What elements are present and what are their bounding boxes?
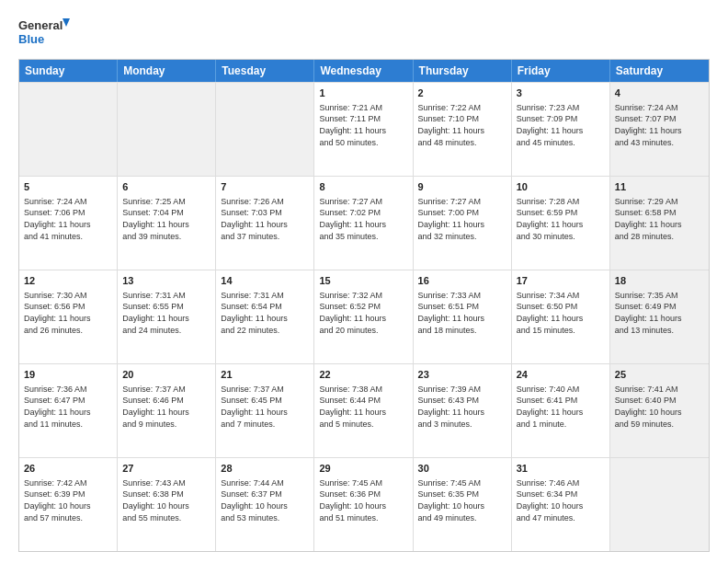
cal-header-monday: Monday — [118, 60, 216, 82]
day-number: 19 — [24, 368, 112, 382]
day-number: 5 — [24, 180, 112, 194]
day-number: 4 — [615, 86, 704, 100]
day-cell-14: 14Sunrise: 7:31 AM Sunset: 6:54 PM Dayli… — [216, 270, 314, 363]
day-number: 31 — [517, 462, 605, 476]
day-info: Sunrise: 7:27 AM Sunset: 7:00 PM Dayligh… — [418, 196, 506, 242]
day-number: 24 — [517, 368, 605, 382]
day-cell-8: 8Sunrise: 7:27 AM Sunset: 7:02 PM Daylig… — [314, 177, 413, 270]
day-cell-10: 10Sunrise: 7:28 AM Sunset: 6:59 PM Dayli… — [512, 177, 610, 270]
day-number: 10 — [517, 180, 605, 194]
calendar-header-row: SundayMondayTuesdayWednesdayThursdayFrid… — [19, 60, 709, 82]
day-cell-empty-4-6 — [610, 458, 709, 551]
day-info: Sunrise: 7:22 AM Sunset: 7:10 PM Dayligh… — [418, 102, 506, 148]
day-number: 14 — [221, 274, 309, 288]
day-info: Sunrise: 7:33 AM Sunset: 6:51 PM Dayligh… — [418, 290, 506, 336]
day-info: Sunrise: 7:29 AM Sunset: 6:58 PM Dayligh… — [615, 196, 704, 242]
day-info: Sunrise: 7:31 AM Sunset: 6:54 PM Dayligh… — [221, 290, 309, 336]
svg-text:Blue: Blue — [18, 32, 44, 46]
day-cell-23: 23Sunrise: 7:39 AM Sunset: 6:43 PM Dayli… — [414, 364, 512, 457]
day-info: Sunrise: 7:41 AM Sunset: 6:40 PM Dayligh… — [615, 384, 704, 430]
day-info: Sunrise: 7:26 AM Sunset: 7:03 PM Dayligh… — [221, 196, 309, 242]
day-cell-24: 24Sunrise: 7:40 AM Sunset: 6:41 PM Dayli… — [512, 364, 610, 457]
day-info: Sunrise: 7:25 AM Sunset: 7:04 PM Dayligh… — [122, 196, 210, 242]
day-cell-empty-0-1 — [118, 83, 216, 176]
day-number: 26 — [24, 462, 112, 476]
day-info: Sunrise: 7:27 AM Sunset: 7:02 PM Dayligh… — [319, 196, 407, 242]
day-number: 29 — [319, 462, 407, 476]
day-number: 3 — [517, 86, 605, 100]
day-info: Sunrise: 7:34 AM Sunset: 6:50 PM Dayligh… — [517, 290, 605, 336]
day-info: Sunrise: 7:46 AM Sunset: 6:34 PM Dayligh… — [517, 477, 605, 523]
calendar-week-2: 5Sunrise: 7:24 AM Sunset: 7:06 PM Daylig… — [19, 176, 709, 270]
logo: General Blue — [18, 15, 70, 50]
day-cell-15: 15Sunrise: 7:32 AM Sunset: 6:52 PM Dayli… — [314, 270, 413, 363]
logo-svg: General Blue — [18, 15, 70, 50]
day-cell-19: 19Sunrise: 7:36 AM Sunset: 6:47 PM Dayli… — [19, 364, 118, 457]
day-number: 25 — [615, 368, 704, 382]
cal-header-thursday: Thursday — [414, 60, 512, 82]
day-cell-11: 11Sunrise: 7:29 AM Sunset: 6:58 PM Dayli… — [610, 177, 709, 270]
day-number: 18 — [615, 274, 704, 288]
day-info: Sunrise: 7:45 AM Sunset: 6:36 PM Dayligh… — [319, 477, 407, 523]
day-info: Sunrise: 7:38 AM Sunset: 6:44 PM Dayligh… — [319, 384, 407, 430]
calendar-week-1: 1Sunrise: 7:21 AM Sunset: 7:11 PM Daylig… — [19, 82, 709, 176]
day-number: 21 — [221, 368, 309, 382]
day-cell-20: 20Sunrise: 7:37 AM Sunset: 6:46 PM Dayli… — [118, 364, 216, 457]
day-cell-9: 9Sunrise: 7:27 AM Sunset: 7:00 PM Daylig… — [414, 177, 512, 270]
day-number: 23 — [418, 368, 506, 382]
day-info: Sunrise: 7:21 AM Sunset: 7:11 PM Dayligh… — [319, 102, 407, 148]
day-info: Sunrise: 7:24 AM Sunset: 7:06 PM Dayligh… — [24, 196, 112, 242]
day-cell-26: 26Sunrise: 7:42 AM Sunset: 6:39 PM Dayli… — [19, 458, 118, 551]
day-cell-6: 6Sunrise: 7:25 AM Sunset: 7:04 PM Daylig… — [118, 177, 216, 270]
day-cell-29: 29Sunrise: 7:45 AM Sunset: 6:36 PM Dayli… — [314, 458, 413, 551]
day-cell-21: 21Sunrise: 7:37 AM Sunset: 6:45 PM Dayli… — [216, 364, 314, 457]
day-number: 16 — [418, 274, 506, 288]
day-info: Sunrise: 7:30 AM Sunset: 6:56 PM Dayligh… — [24, 290, 112, 336]
day-number: 6 — [122, 180, 210, 194]
calendar-week-4: 19Sunrise: 7:36 AM Sunset: 6:47 PM Dayli… — [19, 363, 709, 457]
day-number: 20 — [122, 368, 210, 382]
cal-header-tuesday: Tuesday — [216, 60, 314, 82]
day-info: Sunrise: 7:39 AM Sunset: 6:43 PM Dayligh… — [418, 384, 506, 430]
day-cell-3: 3Sunrise: 7:23 AM Sunset: 7:09 PM Daylig… — [512, 83, 610, 176]
day-number: 15 — [319, 274, 407, 288]
day-info: Sunrise: 7:35 AM Sunset: 6:49 PM Dayligh… — [615, 290, 704, 336]
day-info: Sunrise: 7:36 AM Sunset: 6:47 PM Dayligh… — [24, 384, 112, 430]
day-number: 2 — [418, 86, 506, 100]
day-number: 12 — [24, 274, 112, 288]
day-cell-13: 13Sunrise: 7:31 AM Sunset: 6:55 PM Dayli… — [118, 270, 216, 363]
day-cell-4: 4Sunrise: 7:24 AM Sunset: 7:07 PM Daylig… — [610, 83, 709, 176]
day-cell-empty-0-0 — [19, 83, 118, 176]
day-cell-30: 30Sunrise: 7:45 AM Sunset: 6:35 PM Dayli… — [414, 458, 512, 551]
day-info: Sunrise: 7:42 AM Sunset: 6:39 PM Dayligh… — [24, 477, 112, 523]
day-number: 1 — [319, 86, 407, 100]
day-info: Sunrise: 7:23 AM Sunset: 7:09 PM Dayligh… — [517, 102, 605, 148]
day-info: Sunrise: 7:45 AM Sunset: 6:35 PM Dayligh… — [418, 477, 506, 523]
day-number: 9 — [418, 180, 506, 194]
day-number: 17 — [517, 274, 605, 288]
day-cell-28: 28Sunrise: 7:44 AM Sunset: 6:37 PM Dayli… — [216, 458, 314, 551]
day-cell-27: 27Sunrise: 7:43 AM Sunset: 6:38 PM Dayli… — [118, 458, 216, 551]
day-info: Sunrise: 7:44 AM Sunset: 6:37 PM Dayligh… — [221, 477, 309, 523]
day-cell-empty-0-2 — [216, 83, 314, 176]
day-number: 27 — [122, 462, 210, 476]
day-cell-31: 31Sunrise: 7:46 AM Sunset: 6:34 PM Dayli… — [512, 458, 610, 551]
day-cell-1: 1Sunrise: 7:21 AM Sunset: 7:11 PM Daylig… — [314, 83, 413, 176]
cal-header-wednesday: Wednesday — [314, 60, 413, 82]
day-cell-7: 7Sunrise: 7:26 AM Sunset: 7:03 PM Daylig… — [216, 177, 314, 270]
day-info: Sunrise: 7:32 AM Sunset: 6:52 PM Dayligh… — [319, 290, 407, 336]
day-cell-22: 22Sunrise: 7:38 AM Sunset: 6:44 PM Dayli… — [314, 364, 413, 457]
svg-marker-2 — [63, 18, 70, 27]
day-info: Sunrise: 7:24 AM Sunset: 7:07 PM Dayligh… — [615, 102, 704, 148]
calendar-week-3: 12Sunrise: 7:30 AM Sunset: 6:56 PM Dayli… — [19, 270, 709, 363]
day-info: Sunrise: 7:37 AM Sunset: 6:45 PM Dayligh… — [221, 384, 309, 430]
day-number: 28 — [221, 462, 309, 476]
day-number: 13 — [122, 274, 210, 288]
day-info: Sunrise: 7:40 AM Sunset: 6:41 PM Dayligh… — [517, 384, 605, 430]
day-info: Sunrise: 7:43 AM Sunset: 6:38 PM Dayligh… — [122, 477, 210, 523]
day-cell-12: 12Sunrise: 7:30 AM Sunset: 6:56 PM Dayli… — [19, 270, 118, 363]
day-number: 8 — [319, 180, 407, 194]
page-header: General Blue — [18, 15, 710, 50]
svg-text:General: General — [18, 18, 63, 32]
day-number: 11 — [615, 180, 704, 194]
